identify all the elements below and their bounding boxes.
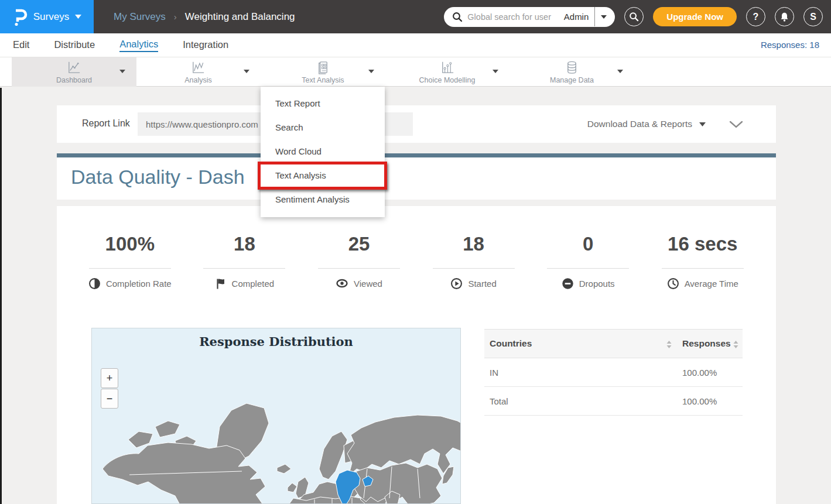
stat-started: 18 Started	[416, 233, 531, 290]
map-zoom-in-button[interactable]: +	[101, 368, 118, 388]
country-cell: Total	[490, 396, 508, 406]
global-search[interactable]: Admin	[444, 7, 615, 27]
breadcrumb-separator: ›	[174, 12, 177, 22]
column-header-responses[interactable]: Responses	[682, 338, 731, 349]
choice-chart-icon	[439, 60, 455, 76]
toolbar-manage-data[interactable]: Manage Data	[509, 57, 634, 87]
analysis-chart-icon	[190, 60, 206, 76]
sort-icon[interactable]	[733, 340, 739, 349]
divider	[547, 268, 629, 269]
country-cell: IN	[490, 368, 498, 378]
toolbar-choice-modelling[interactable]: Choice Modelling	[385, 57, 509, 87]
stat-value: 18	[463, 233, 484, 255]
help-button[interactable]: ?	[746, 7, 765, 26]
tab-edit[interactable]: Edit	[13, 39, 29, 52]
stat-value: 18	[234, 233, 255, 255]
map-title: Response Distribution	[92, 334, 460, 349]
chevron-down-icon	[244, 70, 249, 73]
tab-analytics[interactable]: Analytics	[119, 39, 158, 52]
toolbar-text-analysis-label: Text Analysis	[302, 76, 344, 84]
stat-value: 25	[348, 233, 370, 255]
stat-value: 100%	[105, 233, 155, 255]
menu-item-word-cloud[interactable]: Word Cloud	[261, 139, 385, 163]
countries-table: Countries Responses IN 100.00% Total 100…	[484, 329, 743, 416]
tab-integration[interactable]: Integration	[183, 39, 228, 52]
dashboard-main-card: 100% Completion Rate 18 Completed	[57, 206, 776, 504]
chevron-down-icon	[601, 15, 607, 19]
stat-value: 16 secs	[668, 233, 737, 255]
analytics-toolbar: Dashboard Analysis Text Analysis	[0, 57, 831, 87]
download-data-reports-label: Download Data & Reports	[587, 119, 692, 129]
left-edge-strip	[0, 88, 2, 504]
responses-count: Responses: 18	[761, 40, 819, 50]
chevron-down-icon	[75, 15, 81, 19]
surveys-menu[interactable]: Surveys	[0, 0, 94, 33]
stats-row: 100% Completion Rate 18 Completed	[73, 233, 760, 290]
stat-label: Completed	[232, 279, 275, 289]
chevron-down-icon	[617, 70, 623, 73]
map-zoom-out-button[interactable]: −	[101, 389, 118, 409]
search-icon	[452, 12, 463, 22]
avatar[interactable]: S	[803, 7, 823, 26]
stat-completion-rate: 100% Completion Rate	[73, 233, 187, 290]
map-zoom-controls: + −	[101, 368, 118, 409]
chevron-down-icon	[119, 70, 125, 73]
download-data-reports-dropdown[interactable]: Download Data & Reports	[587, 119, 706, 129]
table-header: Countries Responses	[484, 329, 743, 358]
search-button[interactable]	[624, 7, 644, 26]
search-scope-dropdown[interactable]	[595, 15, 609, 19]
tab-distribute[interactable]: Distribute	[54, 39, 95, 52]
menu-item-text-analysis[interactable]: Text Analysis	[261, 163, 385, 187]
upgrade-now-button[interactable]: Upgrade Now	[653, 7, 737, 26]
column-header-countries[interactable]: Countries	[490, 338, 532, 349]
completion-pie-icon	[88, 277, 101, 290]
stat-label: Dropouts	[579, 279, 615, 289]
divider	[89, 268, 171, 269]
line-chart-icon	[66, 60, 82, 76]
stat-completed: 18 Completed	[187, 233, 302, 290]
collapse-panel-chevron[interactable]	[729, 121, 743, 129]
stat-average-time: 16 secs Average Time	[645, 233, 760, 290]
database-icon	[564, 60, 580, 76]
toolbar-dashboard[interactable]: Dashboard	[12, 57, 136, 87]
response-distribution-map[interactable]: Response Distribution + −	[91, 328, 461, 504]
questionpro-logo	[12, 8, 28, 26]
stat-label: Average Time	[685, 279, 738, 289]
menu-item-text-report[interactable]: Text Report	[261, 91, 385, 115]
top-right-controls: Admin Upgrade Now ? S	[444, 0, 823, 33]
dashboard-title-card: Data Quality - Dash	[57, 153, 776, 200]
menu-item-sentiment-analysis[interactable]: Sentiment Analysis	[261, 187, 385, 211]
page-title: Data Quality - Dash	[71, 166, 245, 188]
search-icon	[629, 12, 639, 22]
text-analysis-menu: Text Report Search Word Cloud Text Analy…	[261, 87, 385, 217]
notifications-button[interactable]	[775, 7, 794, 26]
menu-item-search[interactable]: Search	[261, 115, 385, 139]
play-circle-icon	[450, 277, 463, 290]
report-link-label: Report Link	[82, 118, 130, 129]
toolbar-text-analysis[interactable]: Text Analysis	[261, 57, 385, 87]
survey-nav: Edit Distribute Analytics Integration Re…	[0, 33, 831, 57]
breadcrumb: My Surveys › Weighting and Balancing	[114, 11, 295, 23]
stat-value: 0	[583, 233, 593, 255]
chevron-down-icon	[493, 70, 498, 73]
stat-viewed: 25 Viewed	[302, 233, 416, 290]
divider	[318, 268, 400, 269]
stat-label: Viewed	[354, 279, 382, 289]
breadcrumb-current: Weighting and Balancing	[185, 11, 295, 23]
toolbar-choice-modelling-label: Choice Modelling	[419, 76, 476, 84]
table-row: Total 100.00%	[484, 387, 743, 416]
divider	[433, 268, 515, 269]
toolbar-analysis-label: Analysis	[184, 76, 212, 84]
breadcrumb-my-surveys[interactable]: My Surveys	[114, 11, 166, 23]
top-bar: Surveys My Surveys › Weighting and Balan…	[0, 0, 831, 33]
toolbar-dashboard-label: Dashboard	[56, 76, 92, 84]
search-scope-label[interactable]: Admin	[564, 12, 589, 22]
toolbar-analysis[interactable]: Analysis	[136, 57, 261, 87]
report-link-card: Report Link Download Data & Reports	[57, 105, 776, 143]
text-report-icon	[315, 60, 331, 76]
chevron-down-icon	[368, 70, 374, 73]
stat-dropouts: 0 Dropouts	[531, 233, 645, 290]
surveys-label: Surveys	[33, 11, 69, 23]
sort-icon[interactable]	[666, 340, 672, 349]
global-search-input[interactable]	[467, 12, 560, 22]
